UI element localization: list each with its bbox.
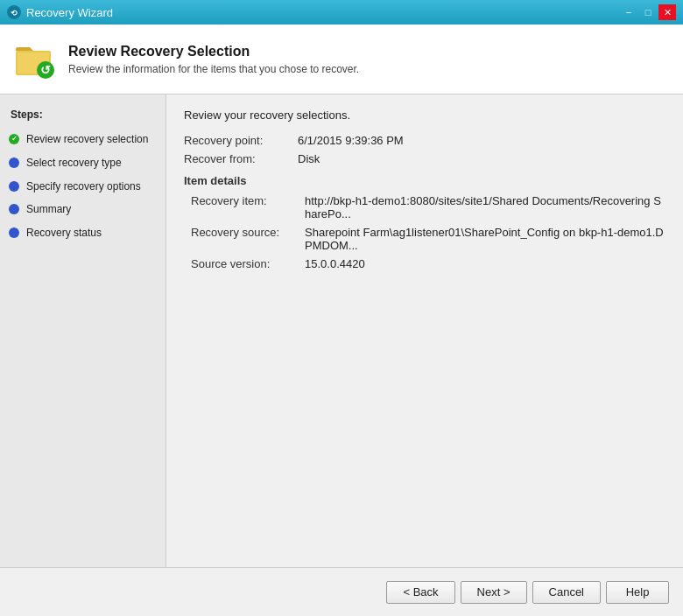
page-title: Review Recovery Selection [68,44,359,60]
window-controls: − □ ✕ [620,4,676,20]
header-icon: ↺ [14,38,56,80]
sidebar-item-summary[interactable]: Summary [0,198,165,221]
step-dot-green [9,134,19,144]
maximize-button[interactable]: □ [639,4,657,20]
svg-text:⟲: ⟲ [11,9,18,18]
recovery-item-row: Recovery item: http://bkp-h1-demo1:8080/… [184,194,665,220]
sidebar-item-specify-recovery-options[interactable]: Specify recovery options [0,175,165,199]
content-area: Review your recovery selections. Recover… [166,94,683,567]
page-subtitle: Review the information for the items tha… [68,63,359,75]
step-label-recovery-status: Recovery status [26,226,102,241]
step-dot-blue-4 [9,228,19,238]
recovery-source-row: Recovery source: Sharepoint Farm\ag1list… [184,226,665,252]
back-button[interactable]: < Back [386,581,454,604]
minimize-button[interactable]: − [620,4,637,20]
recover-from-label: Recover from: [184,152,298,165]
recovery-item-value: http://bkp-h1-demo1:8080/sites/site1/Sha… [305,194,665,220]
recovery-source-label: Recovery source: [191,226,305,252]
step-label-summary: Summary [26,202,71,217]
recovery-source-value: Sharepoint Farm\ag1listener01\SharePoint… [305,226,665,252]
step-dot-blue-3 [9,204,19,214]
recovery-point-row: Recovery point: 6/1/2015 9:39:36 PM [184,134,665,147]
recovery-point-label: Recovery point: [184,134,298,147]
main-container: Steps: Review recovery selection Select … [0,94,683,567]
sidebar: Steps: Review recovery selection Select … [0,94,166,567]
close-button[interactable]: ✕ [658,4,676,20]
step-label-review: Review recovery selection [26,132,148,147]
recover-from-value: Disk [298,152,320,165]
sidebar-item-review-recovery-selection[interactable]: Review recovery selection [0,128,165,151]
recovery-point-value: 6/1/2015 9:39:36 PM [298,134,404,147]
source-version-row: Source version: 15.0.0.4420 [184,257,665,270]
dialog-footer: < Back Next > Cancel Help [0,567,683,616]
recovery-item-label: Recovery item: [191,194,305,220]
step-label-select: Select recovery type [26,156,122,171]
svg-text:↺: ↺ [40,63,51,77]
next-button[interactable]: Next > [461,581,527,604]
window-title: Recovery Wizard [26,6,113,19]
title-bar: ⟲ Recovery Wizard − □ ✕ [0,0,683,24]
source-version-label: Source version: [191,257,305,270]
source-version-value: 15.0.0.4420 [305,257,365,270]
steps-label: Steps: [0,105,165,128]
item-details-header: Item details [184,174,665,187]
header-text: Review Recovery Selection Review the inf… [68,44,359,75]
dialog-header: ↺ Review Recovery Selection Review the i… [0,24,683,94]
step-dot-blue-2 [9,181,19,192]
recover-from-row: Recover from: Disk [184,152,665,165]
content-intro: Review your recovery selections. [184,108,665,122]
sidebar-item-select-recovery-type[interactable]: Select recovery type [0,151,165,175]
help-button[interactable]: Help [606,581,669,604]
step-label-specify: Specify recovery options [26,179,141,194]
cancel-button[interactable]: Cancel [532,581,601,604]
app-icon: ⟲ [7,5,21,19]
item-details-section: Item details Recovery item: http://bkp-h… [184,174,665,270]
sidebar-item-recovery-status[interactable]: Recovery status [0,221,165,245]
step-dot-blue-1 [9,158,19,168]
title-bar-left: ⟲ Recovery Wizard [7,5,113,19]
